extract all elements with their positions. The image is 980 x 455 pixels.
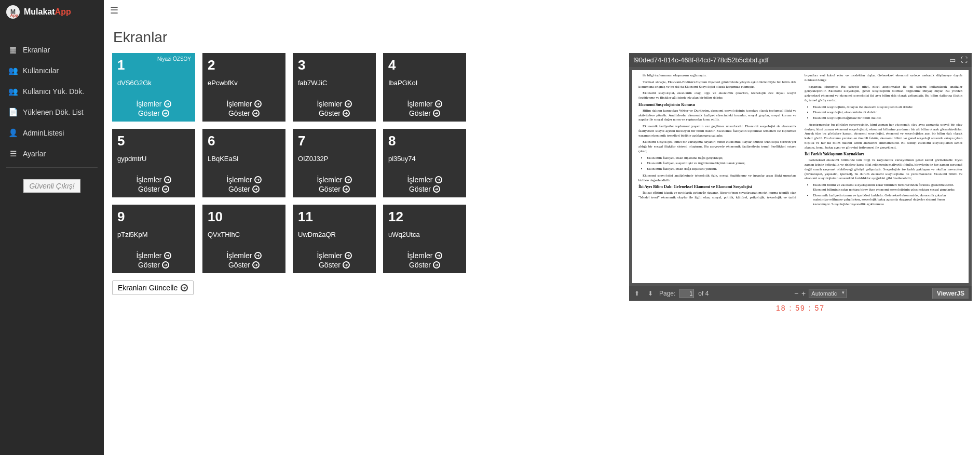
card-action-islemler[interactable]: İşlemler ➜: [226, 251, 261, 260]
topbar: ☰: [104, 0, 980, 21]
users-icon: 👥: [8, 87, 18, 96]
menu-toggle-icon[interactable]: ☰: [110, 5, 118, 16]
sidebar-item-label: AdminListesi: [23, 129, 64, 137]
arrow-right-icon: ➜: [254, 176, 262, 183]
next-page-icon[interactable]: ⬇: [646, 289, 655, 298]
grid-icon: ▦: [8, 45, 18, 55]
presentation-icon[interactable]: ▭: [949, 56, 956, 64]
arrow-right-icon: ➜: [252, 110, 260, 117]
arrow-right-icon: ➜: [164, 176, 171, 183]
card-action-islemler[interactable]: İşlemler ➜: [407, 176, 442, 184]
card-action-goster[interactable]: Göster ➜: [138, 109, 169, 117]
page-input[interactable]: [679, 289, 694, 298]
screen-card: 3fab7WJiCİşlemler ➜Göster ➜: [293, 53, 376, 122]
arrow-right-icon: ➜: [433, 110, 440, 117]
sidebar-item-1[interactable]: 👥Kullanıcılar: [0, 60, 104, 81]
card-code: UwDm2aQR: [298, 231, 371, 238]
arrow-right-icon: ➜: [164, 100, 171, 108]
card-number: 11: [298, 210, 371, 223]
card-action-goster[interactable]: Göster ➜: [138, 261, 169, 269]
sidebar-item-0[interactable]: ▦Ekranlar: [0, 39, 104, 60]
arrow-right-icon: ➜: [252, 261, 260, 269]
card-action-islemler[interactable]: İşlemler ➜: [317, 176, 351, 184]
file-icon: 📄: [8, 108, 18, 117]
pdf-body[interactable]: ile bilgi toplumunun oluşmasını sağlamış…: [629, 67, 972, 286]
card-action-islemler[interactable]: İşlemler ➜: [317, 251, 351, 260]
card-action-islemler[interactable]: İşlemler ➜: [136, 251, 171, 260]
sidebar-item-label: Ekranlar: [23, 46, 50, 54]
brand: MApp MulakatApp: [0, 0, 104, 24]
screen-card: 10QVxTHlhCİşlemler ➜Göster ➜: [202, 205, 285, 273]
fullscreen-icon[interactable]: ⛶: [961, 56, 968, 64]
card-action-goster[interactable]: Göster ➜: [319, 185, 350, 193]
screen-card: 9pTzi5KpMİşlemler ➜Göster ➜: [112, 205, 195, 273]
viewer-footer: ⬆ ⬇ Page: of 4 − + Automa: [629, 286, 972, 301]
brand-name: MulakatApp: [24, 7, 71, 17]
list-icon: ☰: [8, 149, 18, 158]
zoom-select[interactable]: Automatic: [809, 289, 847, 298]
card-action-goster[interactable]: Göster ➜: [228, 261, 260, 269]
arrow-right-icon: ➜: [435, 252, 442, 259]
sidebar-item-4[interactable]: 👤AdminListesi: [0, 123, 104, 143]
card-code: pTzi5KpM: [117, 231, 190, 238]
card-action-islemler[interactable]: İşlemler ➜: [226, 100, 261, 108]
arrow-right-icon: ➜: [345, 100, 352, 108]
page-title: Ekranlar: [113, 29, 972, 46]
cards-area: Niyazi ÖZSOY1dVS6G2Gkİşlemler ➜Göster ➜2…: [112, 53, 622, 295]
card-action-goster[interactable]: Göster ➜: [409, 185, 440, 193]
card-action-islemler[interactable]: İşlemler ➜: [136, 100, 171, 108]
card-action-goster[interactable]: Göster ➜: [228, 185, 260, 193]
arrow-right-icon: ➜: [162, 110, 169, 117]
card-action-islemler[interactable]: İşlemler ➜: [226, 176, 261, 184]
card-code: uWq2Utca: [388, 231, 461, 238]
arrow-right-icon: ➜: [433, 261, 440, 269]
card-code: ePcwbfKv: [208, 79, 280, 87]
card-action-goster[interactable]: Göster ➜: [228, 109, 260, 117]
screen-card: Niyazi ÖZSOY1dVS6G2Gkİşlemler ➜Göster ➜: [112, 53, 195, 122]
arrow-right-icon: ➜: [162, 261, 169, 269]
logout-button[interactable]: Güvenli Çıkış!: [23, 179, 80, 193]
page-label: Page:: [659, 290, 675, 297]
arrow-right-icon: ➜: [181, 284, 188, 291]
users-icon: 👥: [8, 66, 18, 75]
card-action-islemler[interactable]: İşlemler ➜: [317, 100, 351, 108]
viewer-panel: f90ded74-814c-468f-84cd-778d52b5cbbd.pdf…: [629, 53, 972, 312]
page-total: of 4: [698, 290, 709, 297]
card-number: 2: [208, 58, 280, 72]
card-action-goster[interactable]: Göster ➜: [138, 185, 169, 193]
sidebar-item-label: Yüklenen Dök. List: [23, 108, 84, 116]
card-action-islemler[interactable]: İşlemler ➜: [407, 100, 442, 108]
zoom-in-icon[interactable]: +: [801, 289, 806, 298]
zoom-out-icon[interactable]: −: [794, 289, 798, 298]
arrow-right-icon: ➜: [435, 176, 442, 183]
card-action-islemler[interactable]: İşlemler ➜: [407, 251, 442, 260]
arrow-right-icon: ➜: [254, 252, 262, 259]
update-screens-button[interactable]: Ekranları Güncelle ➜: [112, 280, 194, 295]
arrow-right-icon: ➜: [433, 185, 440, 193]
card-code: LBqKEaSl: [208, 155, 280, 163]
arrow-right-icon: ➜: [164, 252, 171, 259]
card-action-goster[interactable]: Göster ➜: [319, 109, 350, 117]
prev-page-icon[interactable]: ⬆: [632, 289, 642, 298]
card-action-goster[interactable]: Göster ➜: [409, 261, 440, 269]
screen-card: 12uWq2Utcaİşlemler ➜Göster ➜: [383, 205, 466, 273]
sidebar-item-3[interactable]: 📄Yüklenen Dök. List: [0, 102, 104, 123]
sidebar-item-5[interactable]: ☰Ayarlar: [0, 143, 104, 164]
card-number: 3: [298, 58, 371, 72]
card-action-goster[interactable]: Göster ➜: [409, 109, 440, 117]
main: ☰ Ekranlar Niyazi ÖZSOY1dVS6G2Gkİşlemler…: [104, 0, 980, 455]
arrow-right-icon: ➜: [162, 185, 169, 193]
screen-card: 5gypdmtrUİşlemler ➜Göster ➜: [112, 129, 195, 197]
viewer-filename: f90ded74-814c-468f-84cd-778d52b5cbbd.pdf: [633, 56, 769, 64]
card-number: 8: [388, 134, 461, 148]
card-code: pl35uy74: [388, 155, 461, 163]
sidebar-item-2[interactable]: 👥Kullanıcı Yük. Dök.: [0, 81, 104, 102]
card-number: 12: [388, 210, 461, 223]
card-action-islemler[interactable]: İşlemler ➜: [136, 176, 171, 184]
card-number: 9: [117, 210, 190, 223]
card-action-goster[interactable]: Göster ➜: [319, 261, 350, 269]
screen-card: 11UwDm2aQRİşlemler ➜Göster ➜: [293, 205, 376, 273]
arrow-right-icon: ➜: [252, 185, 260, 193]
countdown-timer: 18 : 59 : 57: [629, 304, 972, 312]
arrow-right-icon: ➜: [435, 100, 442, 108]
